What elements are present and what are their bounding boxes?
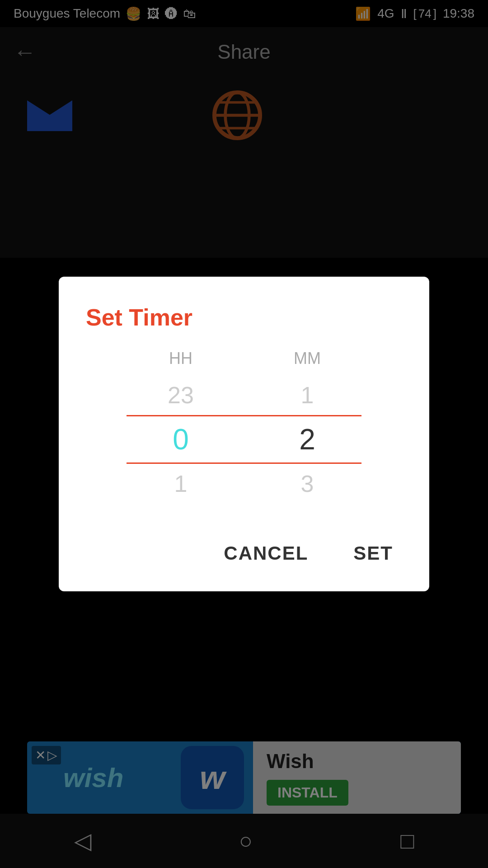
mm-label: MM [280,349,334,368]
hh-current: 0 [154,423,208,456]
mm-below: 3 [280,470,334,497]
picker-scroll[interactable]: 23 1 0 2 1 3 [86,377,402,502]
cancel-button[interactable]: CANCEL [215,538,317,569]
mm-above: 1 [280,382,334,409]
picker-line-bottom [127,462,361,464]
hh-below: 1 [154,470,208,497]
picker-headers: HH MM [86,349,402,368]
time-picker[interactable]: HH MM 23 1 0 2 [86,349,402,502]
mm-current: 2 [280,423,334,456]
picker-line-top [127,415,361,416]
set-button[interactable]: SET [344,538,402,569]
hh-label: HH [154,349,208,368]
picker-row-below: 1 3 [86,466,402,502]
picker-row-current: 0 2 [86,418,402,461]
picker-row-above: 23 1 [86,377,402,413]
set-timer-dialog: Set Timer HH MM 23 1 0 2 [59,277,429,591]
modal-overlay: Set Timer HH MM 23 1 0 2 [0,0,488,868]
hh-above: 23 [154,382,208,409]
dialog-title: Set Timer [86,304,402,331]
dialog-buttons: CANCEL SET [86,529,402,569]
